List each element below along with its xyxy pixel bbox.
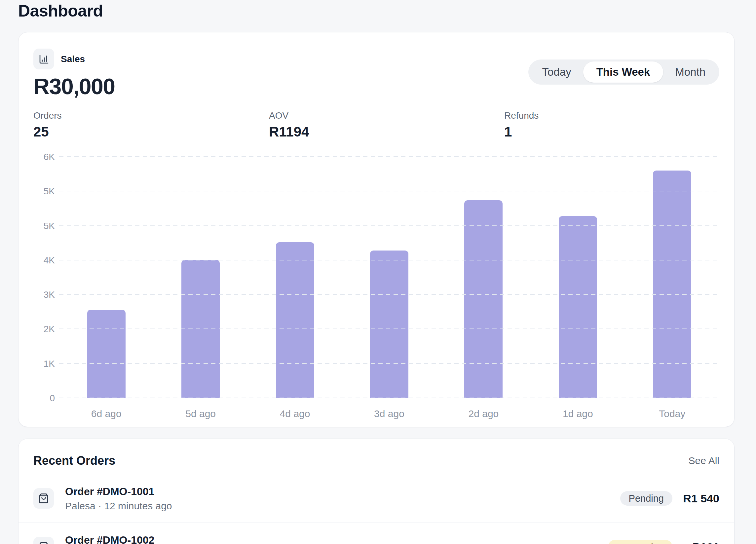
recent-orders-card: Recent Orders See All Order #DMO-1001Pal… <box>18 439 735 544</box>
sales-card-title: Sales <box>61 54 85 64</box>
x-tick-label: 1d ago <box>531 408 625 419</box>
stat-label: Refunds <box>504 110 719 121</box>
bar-2d-ago[interactable] <box>464 200 503 398</box>
tab-month[interactable]: Month <box>663 61 717 83</box>
y-tick-label: 6K <box>44 152 55 162</box>
bar-slot <box>59 152 153 398</box>
bar-6d-ago[interactable] <box>87 310 126 398</box>
stat-aov: AOVR1194 <box>269 110 504 140</box>
see-all-link[interactable]: See All <box>689 455 719 466</box>
chart-plot-area <box>59 152 719 398</box>
y-tick-label: 4K <box>44 256 55 265</box>
order-id: Order #DMO-1001 <box>65 485 172 498</box>
bar-slot <box>436 152 531 398</box>
gridline <box>59 363 719 364</box>
sales-card: Sales TodayThis WeekMonth R30,000 Orders… <box>18 32 735 427</box>
stat-orders: Orders25 <box>33 110 269 140</box>
x-tick-label: 3d ago <box>342 408 436 419</box>
stat-value: 25 <box>33 124 269 140</box>
stat-label: Orders <box>33 110 269 121</box>
tab-today[interactable]: Today <box>530 61 583 83</box>
status-badge: Pending <box>620 491 672 506</box>
dashboard-page: Dashboard Sales TodayThis WeekMonth R30,… <box>0 0 756 544</box>
stat-refunds: Refunds1 <box>504 110 719 140</box>
order-amount: R1 540 <box>682 492 719 505</box>
order-text: Order #DMO-1001Palesa · 12 minutes ago <box>65 485 172 512</box>
bar-slot <box>625 152 719 398</box>
recent-orders-header: Recent Orders See All <box>33 454 719 468</box>
bar-slot <box>248 152 342 398</box>
stat-value: R1194 <box>269 124 504 140</box>
y-tick-label: 0 <box>50 394 55 403</box>
gridline <box>59 156 719 157</box>
bar-slot <box>153 152 247 398</box>
order-row[interactable]: Order #DMO-1001Palesa · 12 minutes agoPe… <box>19 474 734 523</box>
y-tick-label: 5K <box>44 221 55 231</box>
status-badge: Processing <box>608 540 672 544</box>
sales-stats: Orders25AOVR1194Refunds1 <box>33 110 719 140</box>
order-right: ProcessingR980 <box>608 540 719 544</box>
bar-slot <box>531 152 625 398</box>
shopping-bag-icon <box>33 537 54 544</box>
y-tick-label: 5K <box>44 187 55 196</box>
recent-orders-title: Recent Orders <box>33 454 115 468</box>
x-tick-label: 6d ago <box>59 408 153 419</box>
bar-today[interactable] <box>653 171 691 398</box>
period-tabs: TodayThis WeekMonth <box>528 59 719 85</box>
gridline <box>59 260 719 260</box>
order-text: Order #DMO-1002Jane · 34 minutes ago <box>65 533 163 544</box>
order-right: PendingR1 540 <box>620 491 719 506</box>
gridline <box>59 398 719 398</box>
chart-x-axis: 6d ago5d ago4d ago3d ago2d ago1d agoToda… <box>59 408 719 419</box>
shopping-bag-icon <box>33 488 54 509</box>
order-amount: R980 <box>682 541 719 544</box>
order-id: Order #DMO-1002 <box>65 533 163 544</box>
stat-value: 1 <box>504 124 719 140</box>
gridline <box>59 191 719 191</box>
y-tick-label: 1K <box>44 359 55 369</box>
gridline <box>59 329 719 329</box>
chart-y-axis: 01K2K3K4K5K5K6K <box>33 152 59 398</box>
tab-this-week[interactable]: This Week <box>583 61 663 83</box>
x-tick-label: 5d ago <box>153 408 247 419</box>
x-tick-label: 2d ago <box>436 408 531 419</box>
x-tick-label: Today <box>625 408 719 419</box>
bar-chart-icon <box>33 49 54 69</box>
order-row[interactable]: Order #DMO-1002Jane · 34 minutes agoProc… <box>19 523 734 544</box>
chart-bars <box>59 152 719 398</box>
bar-3d-ago[interactable] <box>370 251 408 398</box>
x-tick-label: 4d ago <box>248 408 342 419</box>
y-tick-label: 3K <box>44 290 55 299</box>
page-title: Dashboard <box>18 1 735 20</box>
sales-bar-chart: 01K2K3K4K5K5K6K 6d ago5d ago4d ago3d ago… <box>33 152 719 419</box>
order-meta: Palesa · 12 minutes ago <box>65 500 172 512</box>
stat-label: AOV <box>269 110 504 121</box>
y-tick-label: 2K <box>44 325 55 334</box>
bar-4d-ago[interactable] <box>276 242 314 398</box>
bar-1d-ago[interactable] <box>559 216 597 398</box>
gridline <box>59 294 719 295</box>
gridline <box>59 225 719 226</box>
bar-slot <box>342 152 436 398</box>
order-list: Order #DMO-1001Palesa · 12 minutes agoPe… <box>33 474 719 544</box>
